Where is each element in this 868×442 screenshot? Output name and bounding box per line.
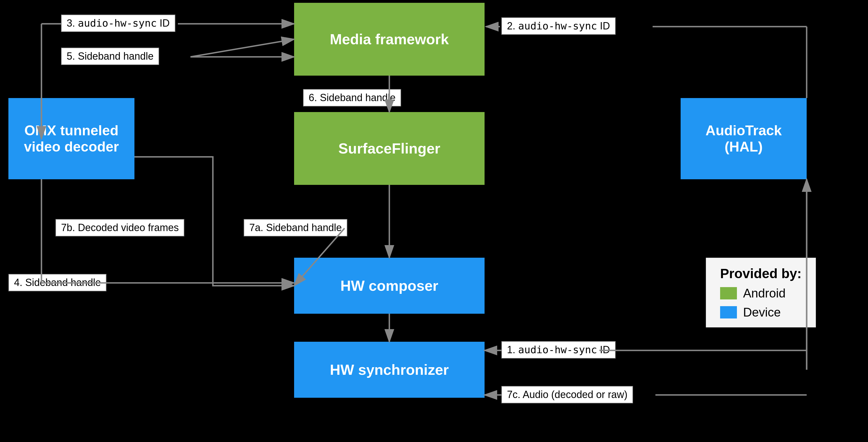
legend-android: Android [720, 286, 802, 300]
label-3-audio-hw-sync: 3. audio-hw-sync ID [61, 14, 175, 32]
legend-device-label: Device [743, 305, 781, 319]
hw-composer-block: HW composer [294, 258, 485, 314]
label-7b-decoded: 7b. Decoded video frames [56, 219, 184, 236]
label-2-audio-hw-sync: 2. audio-hw-sync ID [501, 18, 616, 35]
legend-android-label: Android [743, 286, 786, 300]
media-framework-label: Media framework [330, 31, 449, 48]
surface-flinger-label: SurfaceFlinger [338, 140, 440, 157]
legend-title: Provided by: [720, 266, 802, 281]
hw-synchronizer-label: HW synchronizer [330, 361, 449, 378]
media-framework-block: Media framework [294, 3, 485, 75]
hw-composer-label: HW composer [340, 277, 438, 294]
label-4-sideband: 4. Sideband handle [8, 274, 106, 291]
legend-android-color [720, 287, 737, 299]
legend-device: Device [720, 305, 802, 319]
legend-box: Provided by: Android Device [706, 258, 816, 327]
omx-decoder-block: OMX tunneledvideo decoder [8, 98, 134, 179]
svg-line-13 [190, 39, 294, 57]
label-7c-audio: 7c. Audio (decoded or raw) [501, 386, 633, 403]
label-5-sideband: 5. Sideband handle [61, 48, 159, 65]
audio-track-block: AudioTrack(HAL) [681, 98, 807, 179]
surface-flinger-block: SurfaceFlinger [294, 112, 485, 185]
legend-device-color [720, 306, 737, 318]
audio-track-label: AudioTrack(HAL) [706, 122, 782, 155]
label-6-sideband: 6. Sideband handle [303, 89, 401, 106]
omx-decoder-label: OMX tunneledvideo decoder [24, 122, 119, 155]
label-1-audio-hw-sync: 1. audio-hw-sync ID [501, 341, 616, 358]
label-7a-sideband: 7a. Sideband handle [244, 219, 347, 236]
hw-synchronizer-block: HW synchronizer [294, 342, 485, 398]
